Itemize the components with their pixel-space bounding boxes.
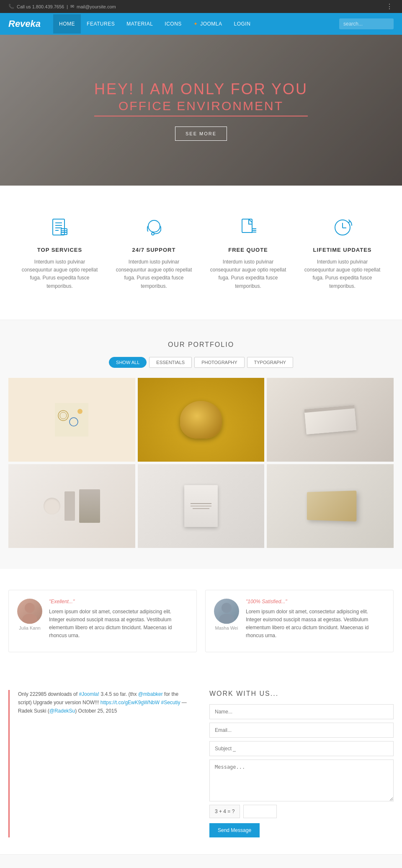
filter-typography[interactable]: TYPOGRAPHY	[247, 357, 293, 368]
bottom-grid: Only 222985 downloads of #Joomla! 3.4.5 …	[8, 690, 394, 837]
portfolio-image-4	[8, 464, 135, 548]
testimonial-author-2: Masha Wei	[214, 625, 239, 630]
headset-icon	[142, 215, 167, 240]
tweet-text: Only 222985 downloads of #Joomla! 3.4.5 …	[18, 690, 193, 716]
feature-top-services: TOP SERVICES Interdum iusto pulvinar con…	[17, 211, 103, 294]
tweet-hashtag-joomla[interactable]: #Joomla!	[79, 691, 99, 697]
filter-photography[interactable]: PHOTOGRAPHY	[194, 357, 244, 368]
contact-form-section: WORK WITH US... 3 + 4 = ? Send Message	[209, 690, 394, 837]
hero-title-line1: HEY! I AM ONLY FOR YOU	[94, 80, 308, 99]
portfolio-item[interactable]	[267, 464, 394, 548]
feature-title-services: TOP SERVICES	[21, 247, 98, 253]
testimonial-quote-2: "100% Satisfied..."	[246, 599, 385, 604]
brand-logo[interactable]: Reveka	[8, 18, 41, 29]
svg-rect-18	[55, 403, 88, 437]
email-text: mail@yoursite.com	[77, 4, 116, 9]
testimonial-quote-1: "Exellent..."	[49, 599, 188, 604]
svg-point-22	[77, 409, 82, 414]
feature-title-support: 24/7 SUPPORT	[115, 247, 193, 253]
mail-icon: ✉	[70, 4, 74, 9]
send-message-button[interactable]: Send Message	[209, 823, 260, 837]
navbar: Reveka HOME FEATURES MATERIAL ICONS ✦ JO…	[0, 13, 402, 35]
contact-subject-input[interactable]	[209, 741, 394, 756]
portfolio-title: OUR PORTFOLIO	[8, 341, 394, 349]
svg-point-8	[148, 220, 160, 232]
filter-essentials[interactable]: ESSENTIALS	[149, 357, 192, 368]
testimonial-card-2: Masha Wei "100% Satisfied..." Lorem ipsu…	[205, 590, 394, 652]
nav-login[interactable]: LOGIN	[228, 14, 257, 34]
phone-icon: 📞	[8, 4, 14, 9]
tweet-link[interactable]: https://t.co/gEwK9gWNbW	[100, 700, 160, 705]
nav-features[interactable]: FEATURES	[81, 14, 121, 34]
portfolio-image-6	[267, 464, 394, 548]
contact-name-input[interactable]	[209, 704, 394, 719]
feature-desc-services: Interdum iusto pulvinar consequuntur aug…	[21, 258, 98, 290]
contact-info: 📞 Call us 1.800.439.7656 | ✉ mail@yoursi…	[8, 4, 116, 9]
portfolio-item[interactable]	[138, 378, 265, 462]
hero-section: HEY! I AM ONLY FOR YOU OFFICE ENVIRONMEN…	[0, 35, 402, 186]
filter-show-all[interactable]: SHOW ALL	[109, 357, 147, 368]
hero-content: HEY! I AM ONLY FOR YOU OFFICE ENVIRONMEN…	[94, 80, 308, 141]
feature-desc-quote: Interdum iusto pulvinar consequuntur aug…	[209, 258, 287, 290]
contact-title: WORK WITH US...	[209, 690, 394, 698]
tweet-mention-radeksu[interactable]: @RadekSu	[49, 708, 75, 714]
features-section: TOP SERVICES Interdum iusto pulvinar con…	[0, 186, 402, 320]
testimonial-body-1: "Exellent..." Lorem ipsum dolor sit amet…	[49, 599, 188, 643]
feature-updates: LIFETIME UPDATES Interdum iusto pulvinar…	[299, 211, 385, 294]
tweet-mention-mbabker[interactable]: @mbabker	[138, 691, 163, 697]
captcha-row: 3 + 4 = ?	[209, 805, 394, 818]
captcha-label: 3 + 4 = ?	[209, 805, 240, 818]
svg-point-23	[25, 603, 35, 613]
bottom-section: Only 222985 downloads of #Joomla! 3.4.5 …	[0, 673, 402, 854]
portfolio-item[interactable]	[267, 378, 394, 462]
nav-material[interactable]: MATERIAL	[121, 14, 159, 34]
features-grid: TOP SERVICES Interdum iusto pulvinar con…	[17, 211, 385, 294]
list-icon	[47, 215, 72, 240]
nav-joomla[interactable]: ✦ JOOMLA	[188, 14, 228, 34]
feature-quote: FREE QUOTE Interdum iusto pulvinar conse…	[205, 211, 291, 294]
contact-form: 3 + 4 = ? Send Message	[209, 704, 394, 837]
testimonial-author-1: Julia Kann	[17, 625, 42, 630]
svg-point-25	[222, 603, 232, 613]
separator: |	[67, 4, 68, 9]
portfolio-item[interactable]	[8, 378, 135, 462]
top-bar: 📞 Call us 1.800.439.7656 | ✉ mail@yoursi…	[0, 0, 402, 13]
portfolio-filters: SHOW ALL ESSENTIALS PHOTOGRAPHY TYPOGRAP…	[8, 357, 394, 368]
document-icon	[236, 215, 261, 240]
tweet-hashtag-secutiy[interactable]: #Secutiy	[161, 700, 180, 705]
portfolio-grid	[8, 378, 394, 548]
testimonials-section: Julia Kann "Exellent..." Lorem ipsum dol…	[0, 569, 402, 673]
svg-point-24	[22, 614, 37, 624]
brands-section: Microsoft PayPal avast! SPACEX SAMSUNG	[0, 854, 402, 868]
portfolio-section: OUR PORTFOLIO SHOW ALL ESSENTIALS PHOTOG…	[0, 320, 402, 569]
clock-icon	[330, 215, 355, 240]
testimonial-card-1: Julia Kann "Exellent..." Lorem ipsum dol…	[8, 590, 197, 652]
feature-support: 24/7 SUPPORT Interdum iusto pulvinar con…	[111, 211, 197, 294]
captcha-input[interactable]	[243, 805, 277, 818]
nav-home[interactable]: HOME	[53, 14, 81, 34]
hero-title-line2: OFFICE ENVIRONMENT	[94, 99, 308, 116]
hero-cta-button[interactable]: SEE MORE	[175, 127, 227, 141]
nav-icons[interactable]: ICONS	[159, 14, 188, 34]
testimonials-grid: Julia Kann "Exellent..." Lorem ipsum dol…	[8, 590, 394, 652]
nav-links: HOME FEATURES MATERIAL ICONS ✦ JOOMLA LO…	[53, 14, 339, 34]
menu-dots-icon[interactable]: ⋮	[386, 3, 394, 10]
phone-text: Call us 1.800.439.7656	[17, 4, 64, 9]
feature-desc-updates: Interdum iusto pulvinar consequuntur aug…	[304, 258, 381, 290]
portfolio-image-5	[138, 464, 265, 548]
testimonial-text-1: Lorem ipsum dolor sit amet, consectetur …	[49, 608, 188, 640]
search-input[interactable]	[339, 18, 394, 29]
contact-email-input[interactable]	[209, 723, 394, 738]
avatar-julia	[17, 599, 42, 624]
feature-title-updates: LIFETIME UPDATES	[304, 247, 381, 253]
svg-point-9	[152, 232, 154, 235]
portfolio-item[interactable]	[138, 464, 265, 548]
portfolio-image-3	[267, 378, 394, 462]
portfolio-image-1	[8, 378, 135, 462]
tweet-section: Only 222985 downloads of #Joomla! 3.4.5 …	[8, 690, 193, 837]
portfolio-item[interactable]	[8, 464, 135, 548]
contact-message-input[interactable]	[209, 760, 394, 801]
feature-desc-support: Interdum iusto pulvinar consequuntur aug…	[115, 258, 193, 290]
feature-title-quote: FREE QUOTE	[209, 247, 287, 253]
avatar-masha	[214, 599, 239, 624]
